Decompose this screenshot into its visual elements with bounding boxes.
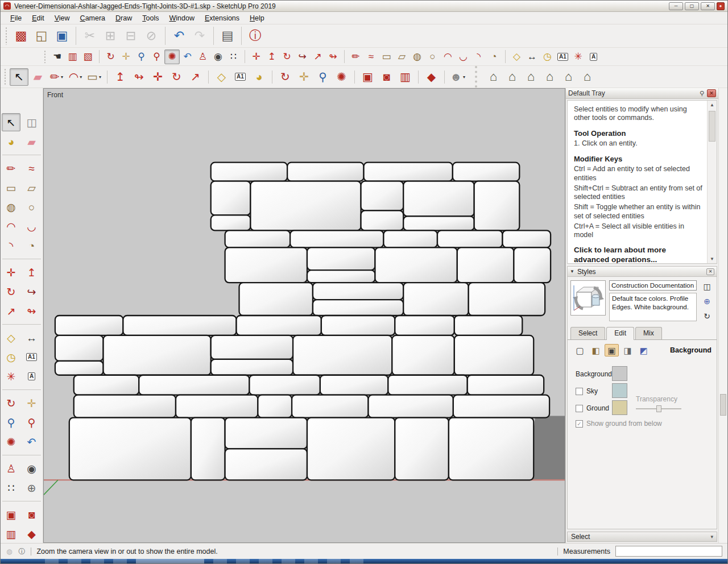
show-ground-checkbox[interactable]: ✓ xyxy=(576,420,583,428)
zoom-previous-button[interactable]: ↶ xyxy=(180,49,195,64)
rotate-button[interactable]: ↻ xyxy=(2,283,20,301)
look-around-button[interactable]: ◉ xyxy=(210,49,226,64)
windows-taskbar[interactable] xyxy=(1,559,727,563)
two-point-arc-button[interactable]: ◡ xyxy=(22,217,41,235)
dropdown-arrow-icon[interactable]: ▾ xyxy=(61,74,63,80)
ground-checkbox[interactable] xyxy=(576,405,583,412)
help-button[interactable]: ⓘ xyxy=(18,548,26,555)
arc-button[interactable]: ◠ xyxy=(2,217,20,235)
view-top-button[interactable]: ⌂ xyxy=(503,68,522,86)
minimize-button[interactable]: ─ xyxy=(669,2,683,10)
rectangle-button[interactable]: ▭ xyxy=(379,49,394,64)
menu-edit[interactable]: Edit xyxy=(27,13,49,24)
undo-button[interactable]: ↶ xyxy=(169,26,189,45)
ground-color-swatch[interactable] xyxy=(612,400,627,415)
photo-textures-button[interactable]: ▧ xyxy=(80,49,96,64)
dimension-button[interactable]: ↔ xyxy=(22,329,41,347)
freehand-button[interactable]: ≈ xyxy=(22,159,41,177)
3d-text-button[interactable]: A xyxy=(586,49,601,64)
pie-button[interactable]: ◔ xyxy=(486,49,502,64)
polygon-button[interactable]: ○ xyxy=(22,198,41,216)
get-models-button[interactable]: ▣ xyxy=(2,505,20,524)
tab-mix[interactable]: Mix xyxy=(635,327,662,339)
section-plane-button[interactable]: ⊕ xyxy=(22,479,41,497)
two-point-arc-button[interactable]: ◡ xyxy=(456,49,471,64)
create-new-style-button[interactable]: ⊕ xyxy=(701,296,713,306)
tape-measure-button[interactable]: ◇ xyxy=(2,329,20,347)
shapes-button[interactable]: ▭▾ xyxy=(85,68,104,86)
scale-button[interactable]: ↗ xyxy=(186,68,205,86)
circle-button[interactable]: ◍ xyxy=(2,198,20,216)
sky-color-swatch[interactable] xyxy=(612,383,627,398)
recording-indicator-button[interactable]: ● xyxy=(717,2,725,10)
freehand-button[interactable]: ≈ xyxy=(363,49,379,64)
menu-view[interactable]: View xyxy=(49,13,75,24)
rotated-rectangle-button[interactable]: ▱ xyxy=(394,49,410,64)
make-component-button[interactable]: ◫ xyxy=(22,113,41,131)
eraser-button[interactable]: ▰ xyxy=(22,132,41,151)
3d-warehouse-button[interactable]: ▣ xyxy=(358,68,377,86)
watermark-settings-button[interactable]: ◨ xyxy=(621,344,635,356)
menu-extensions[interactable]: Extensions xyxy=(200,13,245,24)
menu-tools[interactable]: Tools xyxy=(137,13,164,24)
rotate-button[interactable]: ↻ xyxy=(167,68,186,86)
styles-panel-header[interactable]: ▼ Styles ✕ xyxy=(568,267,717,277)
pan-button[interactable]: ✛ xyxy=(118,49,134,64)
move-button[interactable]: ✛ xyxy=(249,49,264,64)
display-secondary-pane-button[interactable]: ◫ xyxy=(701,281,713,292)
zoom-button[interactable]: ⚲ xyxy=(2,413,20,432)
text-button[interactable]: A1 xyxy=(555,49,570,64)
transparency-slider[interactable] xyxy=(636,408,681,409)
move-button[interactable]: ✛ xyxy=(148,68,167,86)
push-pull-button[interactable]: ↥ xyxy=(22,263,41,281)
styles-close-icon[interactable]: ✕ xyxy=(706,268,714,275)
view-left-button[interactable]: ⌂ xyxy=(578,68,597,86)
edge-settings-button[interactable]: ▢ xyxy=(573,344,587,356)
three-point-arc-button[interactable]: ◝ xyxy=(471,49,486,64)
orbit-button[interactable]: ↻ xyxy=(2,394,20,412)
protractor-button[interactable]: ◷ xyxy=(540,49,555,64)
open-button[interactable]: ◱ xyxy=(31,26,52,45)
pin-icon[interactable]: ⚲ xyxy=(700,90,704,97)
style-name-field[interactable]: Construction Documentation Sty xyxy=(609,280,697,291)
send-to-layout-button[interactable]: ▥ xyxy=(2,525,20,543)
sky-checkbox[interactable] xyxy=(576,388,583,395)
follow-me-button[interactable]: ↪ xyxy=(22,283,41,301)
zoom-button[interactable]: ⚲ xyxy=(134,49,149,64)
paint-bucket-button[interactable]: ◕ xyxy=(250,68,268,86)
dimension-button[interactable]: ↔ xyxy=(524,49,540,64)
dropdown-arrow-icon[interactable]: ▾ xyxy=(80,74,82,80)
axes-button[interactable]: ✳ xyxy=(2,367,20,385)
orbit-button[interactable]: ↻ xyxy=(276,68,295,86)
model-info-button[interactable]: ⓘ xyxy=(245,26,266,45)
pie-button[interactable]: ◔ xyxy=(22,237,41,255)
eraser-button[interactable]: ▰ xyxy=(28,68,47,86)
select-panel-collapsed[interactable]: Select ▾ xyxy=(567,532,717,542)
view-front-button[interactable]: ⌂ xyxy=(522,68,540,86)
line-button[interactable]: ✏ xyxy=(2,159,20,177)
orbit-button[interactable]: ↻ xyxy=(103,49,118,64)
line-button[interactable]: ✏ xyxy=(348,49,363,64)
scale-button[interactable]: ↗ xyxy=(2,302,20,320)
select-button[interactable]: ↖ xyxy=(2,113,20,131)
transparency-slider-thumb[interactable] xyxy=(656,405,661,412)
menu-help[interactable]: Help xyxy=(245,13,270,24)
tray-scroll-thumb[interactable] xyxy=(720,394,726,416)
zoom-window-button[interactable]: ⚲ xyxy=(22,413,41,432)
extension-manager-button[interactable]: ◆ xyxy=(422,68,441,86)
push-pull-button[interactable]: ↥ xyxy=(111,68,130,86)
geolocation-button[interactable]: ◍ xyxy=(6,548,13,555)
menu-camera[interactable]: Camera xyxy=(75,13,110,24)
zoom-extents-button[interactable]: ✺ xyxy=(2,433,20,451)
position-camera-button[interactable]: ♙ xyxy=(195,49,210,64)
new-button[interactable]: ▩ xyxy=(11,26,31,45)
zoom-previous-button[interactable]: ↶ xyxy=(22,433,41,451)
hand-pointer-button[interactable]: ☚ xyxy=(49,49,65,64)
arc-button[interactable]: ◠▾ xyxy=(66,68,85,86)
push-pull-button[interactable]: ↥ xyxy=(264,49,279,64)
three-point-arc-button[interactable]: ◝ xyxy=(2,237,20,255)
zoom-extents-button[interactable]: ✺ xyxy=(164,49,180,64)
menu-draw[interactable]: Draw xyxy=(110,13,137,24)
zoom-window-button[interactable]: ⚲ xyxy=(149,49,164,64)
text-button[interactable]: A1 xyxy=(231,68,250,86)
